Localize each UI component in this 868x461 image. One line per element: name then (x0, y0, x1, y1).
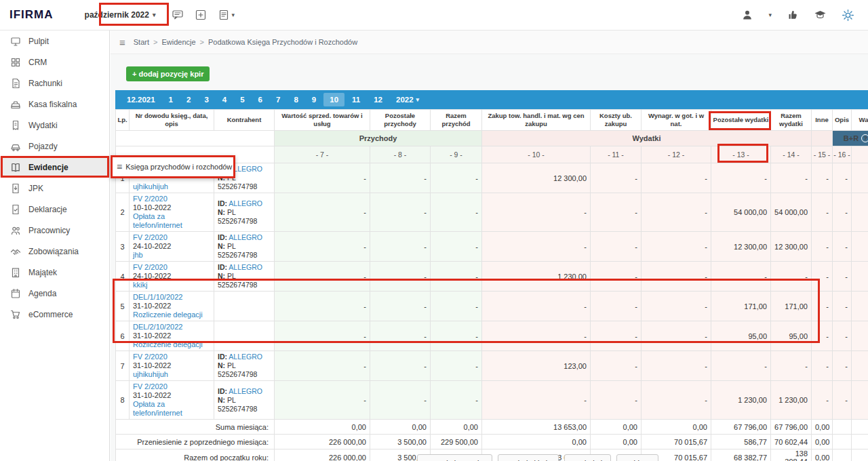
month-tab-10-active[interactable]: 10 (323, 93, 344, 106)
month-tab-5[interactable]: 5 (234, 93, 250, 106)
col-header-11: Koszty ub. zakupu (591, 110, 642, 131)
contractor-link[interactable]: ALLEGRO (229, 263, 262, 271)
add-kpir-entry-button[interactable]: + dodaj pozycję kpir (126, 66, 210, 81)
col-header-kontrahent: Kontrahent (214, 110, 275, 131)
document-desc-link[interactable]: Rozliczenie delegacji (133, 340, 210, 349)
breadcrumb-current: Podatkowa Księga Przychodów i Rozchodów (208, 38, 357, 46)
settings-icon[interactable] (842, 9, 854, 22)
breadcrumb: Start > Ewidencje > Podatkowa Księga Prz… (134, 38, 357, 46)
assets-icon (10, 267, 21, 278)
calendar-icon (10, 288, 21, 299)
document-link[interactable]: FV 2/2020 (133, 382, 210, 391)
new-invoice-icon[interactable] (195, 9, 207, 21)
sidebar-item-pulpit[interactable]: Pulpit (0, 31, 109, 52)
document-link[interactable]: DEL/1/10/2022 (133, 293, 210, 302)
sidebar-item-agenda[interactable]: Agenda (0, 283, 109, 304)
month-tab-12[interactable]: 12 (368, 93, 389, 106)
month-tab-11[interactable]: 11 (346, 93, 366, 106)
document-desc-link[interactable]: Opłata za telefon/internet (133, 212, 210, 230)
document-desc-link[interactable]: Rozliczenie delegacji (133, 310, 210, 319)
document-link[interactable]: FV 2/2020 (133, 195, 210, 203)
sidebar-item-pracownicy[interactable]: Pracownicy (0, 220, 109, 241)
month-tab-12-2021[interactable]: 12.2021 (121, 93, 161, 106)
month-tab-9[interactable]: 9 (306, 93, 322, 106)
sidebar-item-ecommerce[interactable]: eCommerce (0, 304, 109, 325)
document-desc-link[interactable]: Opłata za telefon/internet (133, 400, 210, 418)
jpk-icon (10, 183, 21, 194)
document-desc-link[interactable]: kkikj (133, 281, 210, 289)
month-tab-4[interactable]: 4 (216, 93, 233, 106)
table-header-row: Lp. Nr dowodu księg., data, opis Kontrah… (116, 110, 868, 131)
sidebar-item-pojazdy[interactable]: Pojazdy (0, 136, 109, 157)
document-link[interactable]: DEL/2/10/2022 (133, 323, 210, 332)
topbar: IFIRMA październik 2022 ▾ ▾ ▾ (0, 0, 868, 31)
chat-icon[interactable] (172, 9, 184, 21)
month-tab-1[interactable]: 1 (163, 93, 179, 106)
notes-icon[interactable]: ▾ (218, 9, 235, 21)
table-row: 8 FV 2/202031-10-2022Opłata za telefon/i… (116, 381, 868, 420)
contractor-link[interactable]: ALLEGRO (229, 233, 262, 241)
menu-toggle-icon[interactable]: ≡ (119, 37, 125, 48)
cart-icon (10, 309, 21, 320)
cash-register-icon (10, 99, 21, 110)
month-tab-7[interactable]: 7 (270, 93, 286, 106)
print-button[interactable]: wydrukuj (564, 454, 611, 461)
group-br: B+R? (833, 131, 868, 146)
month-tab-6[interactable]: 6 (252, 93, 269, 106)
sidebar-item-kasa-fiskalna[interactable]: Kasa fiskalna (0, 94, 109, 115)
sidebar-item-deklaracje[interactable]: Deklaracje (0, 199, 109, 220)
month-selector[interactable]: październik 2022 ▾ (79, 6, 161, 24)
month-tab-8[interactable]: 8 (288, 93, 304, 106)
contractor-link[interactable]: ALLEGRO (229, 387, 262, 395)
main-content: ≡ Start > Ewidencje > Podatkowa Księga P… (111, 31, 868, 461)
month-tab-2[interactable]: 2 (180, 93, 197, 106)
sidebar-item-jpk[interactable]: JPK (0, 178, 109, 199)
table-row-highlighted: 5 DEL/1/10/202231-10-2022Rozliczenie del… (116, 292, 868, 321)
col-header-8: Pozostałe przychody (370, 110, 431, 131)
summary-row-month: Suma miesiąca: 0,000,000,00 13 653,000,0… (116, 420, 868, 435)
chevron-down-icon[interactable]: ▾ (768, 12, 772, 18)
chevron-down-icon: ▾ (153, 12, 156, 18)
table-row-highlighted: 6 DEL/2/10/202231-10-2022Rozliczenie del… (116, 321, 868, 351)
col-header-16: Opis (833, 110, 852, 131)
document-link[interactable]: FV 2/2020 (133, 263, 210, 272)
print-kpir-button[interactable]: wydrukuj kpir (498, 454, 559, 461)
sidebar: Pulpit CRM Rachunki Kasa fiskalna Wydatk… (0, 31, 110, 461)
col-header-lp: Lp. (116, 110, 130, 131)
sidebar-item-crm[interactable]: CRM (0, 52, 109, 73)
col-header-16a: Wart (852, 110, 868, 131)
help-icon[interactable]: ? (861, 134, 868, 142)
table-row: 7 FV 2/202031-10-2022ujhikuhijuh ID: ALL… (116, 351, 868, 381)
user-icon[interactable] (741, 9, 753, 21)
sidebar-item-rachunki[interactable]: Rachunki (0, 73, 109, 94)
document-desc-link[interactable]: jhb (133, 251, 210, 260)
search-entry-button[interactable]: wyszukaj pozycję (417, 454, 492, 461)
col-header-10: Zakup tow. handl. i mat. wg cen zakupu (482, 110, 591, 131)
document-link[interactable]: FV 2/2020 (133, 233, 210, 242)
footer-actions: wyszukaj pozycję wydrukuj kpir wydrukuj … (348, 454, 728, 461)
year-selector[interactable]: 2022▾ (390, 93, 425, 106)
contractor-link[interactable]: ALLEGRO (229, 199, 262, 207)
col-header-15: Inne (812, 110, 833, 131)
contractor-link[interactable]: ALLEGRO (229, 353, 262, 361)
table-row: 3 FV 2/202024-10-2022jhb ID: ALLEGRON: P… (116, 232, 868, 262)
sidebar-item-wydatki[interactable]: Wydatki (0, 115, 109, 136)
thumbs-up-icon[interactable] (787, 9, 799, 21)
table-row: 4 FV 2/202024-10-2022kkikj ID: ALLEGRON:… (116, 262, 868, 292)
document-desc-link[interactable]: ujhikuhijuh (133, 370, 210, 379)
receipt-icon (10, 120, 21, 131)
breadcrumb-start[interactable]: Start (134, 38, 149, 46)
submenu-ksiega-przychodow[interactable]: ≡ Księga przychodów i rozchodów (111, 155, 235, 178)
download-button[interactable]: pobierz (616, 454, 658, 461)
sidebar-item-majatek[interactable]: Majątek (0, 262, 109, 283)
car-icon (10, 141, 21, 152)
month-tab-3[interactable]: 3 (198, 93, 214, 106)
breadcrumb-ewidencje[interactable]: Ewidencje (161, 38, 195, 46)
sidebar-item-ewidencje[interactable]: Ewidencje (0, 157, 109, 178)
webinars-icon[interactable] (814, 9, 827, 21)
document-desc-link[interactable]: ujhikuhijuh (133, 182, 210, 191)
sidebar-item-zobowiazania[interactable]: Zobowiązania (0, 241, 109, 262)
ifirma-logo[interactable]: IFIRMA (0, 8, 79, 22)
table-row: 2 FV 2/202010-10-2022Opłata za telefon/i… (116, 193, 868, 232)
document-link[interactable]: FV 2/2020 (133, 353, 210, 361)
